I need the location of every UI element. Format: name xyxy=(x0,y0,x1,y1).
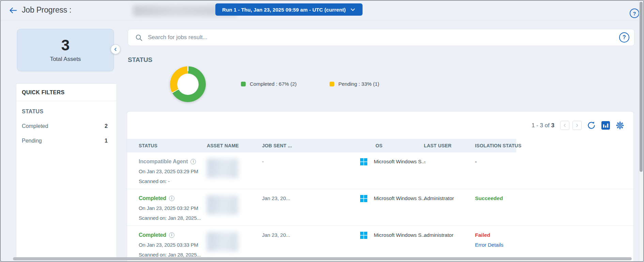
os-name: Microsoft Windows S... xyxy=(374,193,426,203)
chevron-right-icon xyxy=(575,123,579,128)
table-header-row: STATUS ASSET NAME JOB SENT ... OS LAST U… xyxy=(127,139,633,152)
column-header-last-user: LAST USER xyxy=(420,143,468,148)
isolation-status-label: Succeeded xyxy=(475,195,503,201)
isolation-status-label: Failed xyxy=(475,232,490,238)
status-cell: Completed On Jan 23, 2025 03:33 PM Scann… xyxy=(127,226,202,262)
filter-completed[interactable]: Completed 2 xyxy=(16,123,117,129)
vertical-scrollbar-thumb[interactable] xyxy=(640,2,643,172)
status-on-date: On Jan 23, 2025 03:29 PM xyxy=(139,166,202,176)
legend-swatch-completed xyxy=(241,82,246,86)
windows-icon xyxy=(360,157,367,165)
vertical-scrollbar-track xyxy=(639,1,643,261)
next-page-button[interactable] xyxy=(572,121,582,130)
gear-icon xyxy=(615,121,625,130)
last-user-cell: - xyxy=(420,152,468,189)
info-icon[interactable] xyxy=(190,159,196,164)
chevron-down-icon xyxy=(350,7,356,13)
os-name: Microsoft Windows S... xyxy=(374,157,426,166)
status-scanned-on: Scanned on: Jan 28, 2025... xyxy=(139,213,202,223)
pagination-text: 1 - 3 of 3 xyxy=(532,122,554,129)
table-body: Incompatible Agent On Jan 23, 2025 03:29… xyxy=(127,152,633,262)
last-user-cell: Administrator xyxy=(420,189,468,226)
status-label: Completed xyxy=(139,193,166,203)
table-row[interactable]: Incompatible Agent On Jan 23, 2025 03:29… xyxy=(127,152,633,189)
job-sent-cell: - xyxy=(259,152,355,189)
info-icon[interactable] xyxy=(169,232,174,238)
status-on-date: On Jan 23, 2025 03:33 PM xyxy=(139,240,202,250)
results-table-card: 1 - 3 of 3 xyxy=(127,111,634,262)
isolation-status-cell: - xyxy=(468,152,516,189)
redacted-asset-name xyxy=(207,159,238,178)
chart-view-toggle-button[interactable] xyxy=(601,121,610,130)
chevron-left-icon xyxy=(563,123,567,128)
filters-status-section-title: STATUS xyxy=(22,109,111,115)
legend-swatch-pending xyxy=(329,82,334,86)
top-bar: Job Progress : Run 1 - Thu, Jan 23, 2025… xyxy=(1,1,643,20)
filter-label: Completed xyxy=(22,123,48,129)
quick-filters-panel: QUICK FILTERS STATUS Completed 2 Pending… xyxy=(16,83,117,259)
status-on-date: On Jan 23, 2025 03:32 PM xyxy=(139,203,202,213)
chevron-left-icon xyxy=(113,47,118,52)
refresh-button[interactable] xyxy=(587,121,596,130)
error-details-link[interactable]: Error Details xyxy=(475,240,516,250)
os-cell: Microsoft Windows S... xyxy=(355,226,420,262)
run-selector-button[interactable]: Run 1 - Thu, Jan 23, 2025 09:59 am - UTC… xyxy=(215,3,363,16)
status-donut xyxy=(170,66,206,102)
legend-completed[interactable]: Completed : 67% (2) xyxy=(241,81,297,87)
table-settings-button[interactable] xyxy=(615,121,625,130)
quick-filters-title: QUICK FILTERS xyxy=(16,84,117,101)
job-progress-page: Job Progress : Run 1 - Thu, Jan 23, 2025… xyxy=(0,0,644,262)
os-name: Microsoft Windows S... xyxy=(374,230,426,240)
search-icon xyxy=(135,34,143,42)
column-header-isolation-status: ISOLATION STATUS xyxy=(468,143,516,148)
table-row[interactable]: Completed On Jan 23, 2025 03:32 PM Scann… xyxy=(127,189,633,226)
search-help-icon[interactable] xyxy=(619,32,629,43)
back-arrow-icon xyxy=(9,6,18,16)
legend-label: Completed : 67% (2) xyxy=(250,81,297,87)
legend-label: Pending : 33% (1) xyxy=(338,81,379,87)
pagination-range: 1 - 3 of xyxy=(532,122,550,129)
table-toolbar: 1 - 3 of 3 xyxy=(532,121,625,130)
column-header-job-sent: JOB SENT ... xyxy=(259,143,355,148)
os-cell: Microsoft Windows S... xyxy=(355,189,420,226)
pagination-total: 3 xyxy=(551,122,554,129)
refresh-icon xyxy=(587,121,596,130)
filter-count: 1 xyxy=(105,138,108,144)
column-header-status: STATUS xyxy=(127,143,202,148)
windows-icon xyxy=(360,193,367,202)
status-section-title: STATUS xyxy=(128,56,152,64)
collapse-sidebar-button[interactable] xyxy=(111,45,120,54)
column-header-os: OS xyxy=(355,143,420,148)
table-row[interactable]: Completed On Jan 23, 2025 03:33 PM Scann… xyxy=(127,226,633,262)
windows-icon xyxy=(360,230,367,239)
total-assets-card[interactable]: 3 Total Assets xyxy=(17,29,114,71)
filter-pending[interactable]: Pending 1 xyxy=(16,138,117,144)
back-button[interactable] xyxy=(8,6,18,16)
search-input[interactable] xyxy=(148,34,619,41)
bar-chart-icon xyxy=(601,121,610,130)
asset-name-cell xyxy=(202,226,259,262)
column-header-asset-name: ASSET NAME xyxy=(202,143,259,148)
help-icon[interactable] xyxy=(630,9,639,18)
info-icon[interactable] xyxy=(169,196,174,201)
search-bar xyxy=(128,29,634,46)
last-user-cell: administrator xyxy=(420,226,468,262)
filter-label: Pending xyxy=(22,138,42,144)
status-cell: Completed On Jan 23, 2025 03:32 PM Scann… xyxy=(127,189,202,226)
run-selector-label: Run 1 - Thu, Jan 23, 2025 09:59 am - UTC… xyxy=(222,7,346,13)
asset-name-cell xyxy=(202,152,259,189)
asset-name-cell xyxy=(202,189,259,226)
redacted-asset-name xyxy=(207,232,238,251)
filter-count: 2 xyxy=(105,123,108,129)
isolation-status-cell: Failed Error Details xyxy=(468,226,516,262)
job-sent-cell: Jan 23, 20... xyxy=(259,189,355,226)
isolation-status-label: - xyxy=(475,159,477,164)
legend-pending[interactable]: Pending : 33% (1) xyxy=(329,81,379,87)
total-assets-value: 3 xyxy=(61,37,70,53)
prev-page-button[interactable] xyxy=(560,121,569,130)
status-cell: Incompatible Agent On Jan 23, 2025 03:29… xyxy=(127,152,202,189)
status-label: Completed xyxy=(139,230,166,240)
status-scanned-on: Scanned on: - xyxy=(139,176,202,186)
status-label: Incompatible Agent xyxy=(139,157,188,166)
horizontal-scrollbar-thumb[interactable] xyxy=(13,257,632,260)
